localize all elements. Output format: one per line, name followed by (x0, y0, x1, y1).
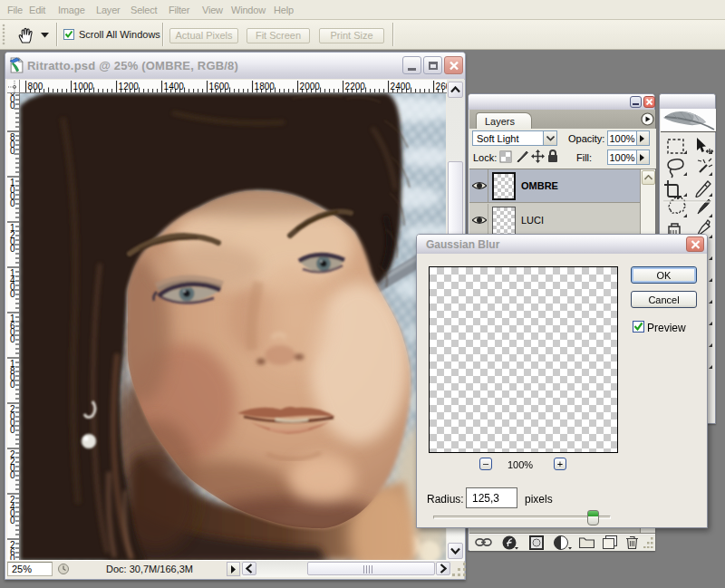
svg-text:1600: 1600 (209, 82, 230, 92)
svg-text:800: 800 (10, 132, 15, 157)
svg-text:1800: 1800 (10, 359, 15, 390)
svg-text:1400: 1400 (164, 82, 185, 92)
svg-text:800: 800 (28, 82, 44, 92)
svg-text:2000: 2000 (300, 82, 321, 92)
svg-text:1400: 1400 (10, 268, 15, 299)
svg-text:1200: 1200 (119, 82, 140, 92)
svg-text:1200: 1200 (10, 223, 15, 254)
svg-text:2200: 2200 (10, 449, 15, 480)
svg-text:2200: 2200 (345, 82, 366, 92)
svg-text:2400: 2400 (391, 82, 411, 92)
svg-text:2400: 2400 (10, 495, 15, 525)
svg-text:1600: 1600 (10, 313, 15, 344)
svg-text:2600: 2600 (10, 540, 15, 561)
svg-text:600: 600 (10, 93, 15, 111)
svg-text:1000: 1000 (73, 82, 94, 92)
svg-text:2000: 2000 (10, 404, 15, 435)
svg-text:1800: 1800 (255, 82, 276, 92)
svg-text:1000: 1000 (10, 178, 15, 208)
